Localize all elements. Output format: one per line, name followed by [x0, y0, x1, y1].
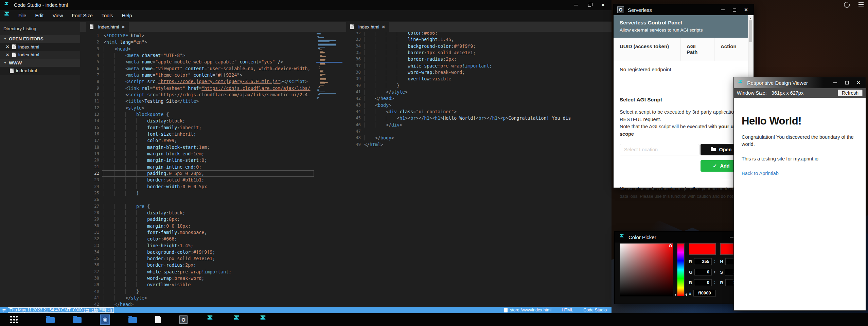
file-icon[interactable] [155, 316, 161, 323]
code-line[interactable]: 20 margin-inline-start:0; [80, 157, 343, 164]
code-line[interactable]: 32 color:#666; [80, 236, 343, 242]
sidebar-item-index.html[interactable]: ✕index.html [0, 51, 80, 59]
menu-tools[interactable]: Tools [97, 13, 118, 18]
hue-marker-left[interactable] [675, 293, 678, 296]
code-line[interactable]: 30 margin:0 0 10px; [80, 223, 343, 229]
start-apps-grid-icon[interactable] [10, 316, 18, 323]
menu-edit[interactable]: Edit [31, 13, 48, 18]
script-location-input[interactable] [620, 144, 699, 155]
code-line[interactable]: 36 border-radius:2px; [80, 262, 343, 268]
media-app-icon[interactable] [100, 314, 110, 325]
code-line[interactable]: 21 margin-inline-end:0; [80, 164, 343, 170]
code-area[interactable]: 32 color:#666;33 line-height:1.45;34 bac… [343, 32, 612, 307]
code-line[interactable]: 41 </style> [80, 295, 343, 301]
maximize-icon[interactable] [733, 8, 736, 12]
code-line[interactable]: 6 <meta name="viewport" content="user-sc… [80, 65, 343, 72]
folder-icon[interactable] [128, 317, 137, 323]
tab-index-html[interactable]: index.html ✕ [346, 22, 389, 32]
code-line[interactable]: 1<!DOCTYPE html> [80, 33, 343, 39]
code-line[interactable]: 37 white-space:pre-wrap!important; [80, 269, 343, 275]
code-line[interactable]: 31 font-family:monospace; [80, 229, 343, 236]
restore-icon[interactable] [588, 4, 591, 7]
serverless-app-icon[interactable]: O [179, 315, 188, 324]
code-line[interactable]: 34 background-color:#f9f9f9; [343, 43, 612, 50]
code-line[interactable]: 12 <style> [80, 105, 343, 111]
minimap[interactable] [316, 32, 343, 307]
field-b[interactable]: B0▲▼ [689, 279, 716, 286]
tab-index-html[interactable]: index.html ✕ [86, 22, 129, 32]
hex-value[interactable]: ff0000 [693, 290, 715, 296]
color-selector-handle[interactable] [669, 244, 672, 247]
tab-close-icon[interactable]: ✕ [382, 24, 385, 30]
code-line[interactable]: 5 <meta name="apple-mobile-web-app-capab… [80, 59, 343, 65]
code-line[interactable]: 19 margin-block-end:1em; [80, 151, 343, 157]
folder-icon[interactable] [46, 317, 55, 323]
code-line[interactable]: 8 <script src="https://code.jquery.com/j… [80, 78, 343, 85]
close-icon[interactable]: ✕ [6, 53, 9, 57]
code-line[interactable]: 17 color:#999; [80, 137, 343, 144]
code-line[interactable]: 34 background-color:#f9f9f9; [80, 249, 343, 255]
code-line[interactable]: 40 } [343, 82, 612, 89]
stepper-icons[interactable]: ▲▼ [714, 281, 715, 284]
code-line[interactable]: 33 line-height:1.45; [343, 36, 612, 43]
stepper-icons[interactable]: ▲▼ [714, 270, 715, 274]
code-line[interactable]: 3 <head> [80, 46, 343, 52]
title-bar[interactable]: Code Studio - index.html × [0, 0, 612, 10]
code-line[interactable]: 9 <link rel="stylesheet" href="https://c… [80, 85, 343, 92]
code-line[interactable]: 42 </head> [80, 301, 343, 307]
code-line[interactable]: 49</html> [343, 141, 612, 148]
code-line[interactable]: 7 <meta name="theme-color" content="#ff9… [80, 72, 343, 78]
code-line[interactable]: 13 blockquote { [80, 111, 343, 118]
desktop-refresh-icon[interactable] [844, 2, 850, 8]
code-line[interactable]: 43 <body> [343, 102, 612, 109]
code-line[interactable]: 39 overflow:visible [80, 282, 343, 288]
menu-font-size[interactable]: Font Size [68, 13, 97, 18]
minimize-icon[interactable] [833, 82, 837, 83]
scroll-up-icon[interactable]: ▲ [748, 16, 753, 19]
code-line[interactable]: 48 </body> [343, 135, 612, 141]
code-line[interactable]: 38 word-wrap:break-word; [80, 275, 343, 282]
code-line[interactable]: 35 border:1px solid #e1e1e1; [343, 50, 612, 56]
sidebar-section-open-editors[interactable]: ▼OPEN EDITORS [0, 35, 80, 43]
sidebar-section-www[interactable]: ▼WWW [0, 59, 80, 67]
status-language[interactable]: HTML [562, 308, 573, 312]
code-studio-app-icon[interactable] [206, 315, 214, 324]
code-line[interactable]: 28 display:block; [80, 210, 343, 216]
code-line[interactable]: 27 pre { [80, 203, 343, 210]
code-line[interactable]: 25 } [80, 190, 343, 196]
menu-file[interactable]: File [14, 13, 31, 18]
code-line[interactable]: 45 <h1><br></h1><h1>Hello World!<br></h1… [343, 115, 612, 121]
code-line[interactable]: 33 line-height:1.45; [80, 243, 343, 249]
field-value[interactable]: 0 [694, 269, 712, 275]
code-line[interactable]: 47 [343, 128, 612, 135]
code-area[interactable]: 1<!DOCTYPE html>2<html lang="en">3 <head… [80, 32, 343, 307]
code-line[interactable]: 37 white-space:pre-wrap!important; [343, 63, 612, 69]
code-line[interactable]: 36 border-radius:2px; [343, 56, 612, 62]
code-line[interactable]: 42 </head> [343, 95, 612, 102]
code-line[interactable]: 26 [80, 196, 343, 203]
sync-icon[interactable]: ⇄ [2, 308, 6, 312]
code-line[interactable]: 35 border:1px solid #e1e1e1; [80, 255, 343, 262]
code-line[interactable]: 11 <title>Testing Site</title> [80, 98, 343, 104]
minimize-icon[interactable] [721, 9, 725, 10]
title-bar[interactable]: Responsive Design Viewer × [734, 77, 866, 88]
code-line[interactable]: 46 </div> [343, 122, 612, 128]
close-icon[interactable]: × [857, 81, 860, 85]
sidebar-item-index.html[interactable]: index.html [0, 67, 80, 75]
sidebar-item-index.html[interactable]: ✕index.html [0, 43, 80, 51]
code-line[interactable]: 40 } [80, 288, 343, 295]
minimap-viewport[interactable] [316, 62, 342, 63]
code-studio-app-icon[interactable] [259, 315, 267, 324]
code-line[interactable]: 39 overflow:visible [343, 76, 612, 82]
code-line[interactable]: 15 font-family:inherit; [80, 124, 343, 131]
code-line[interactable]: 38 word-wrap:break-word; [343, 69, 612, 76]
maximize-icon[interactable] [845, 81, 849, 84]
close-icon[interactable]: × [744, 8, 748, 12]
saturation-value-square[interactable] [620, 243, 673, 296]
code-line[interactable]: 16 font-size:inherit; [80, 131, 343, 137]
scrollbar-thumb[interactable] [749, 20, 752, 42]
field-value[interactable]: 0 [694, 279, 712, 286]
status-file[interactable]: store:/www/index.html [504, 308, 551, 312]
code-studio-app-icon[interactable] [232, 315, 241, 324]
hue-marker-right[interactable] [684, 293, 687, 296]
